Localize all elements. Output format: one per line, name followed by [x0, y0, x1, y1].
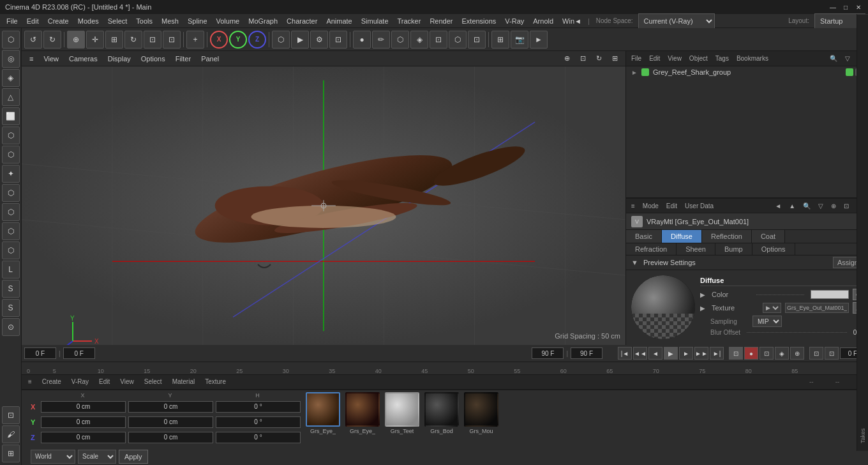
prev-key-button[interactable]: ◄ [648, 347, 662, 360]
attr-nav1-btn[interactable]: ⊕ [828, 201, 839, 211]
attr-hamburger[interactable]: ≡ [629, 201, 638, 211]
end-frame-input[interactable] [532, 347, 564, 359]
menu-volume[interactable]: Volume [213, 16, 244, 26]
tool5-button[interactable]: ⊡ [163, 31, 181, 49]
rot-y-input[interactable] [128, 416, 213, 428]
tab-diffuse[interactable]: Diffuse [662, 230, 702, 243]
menu-tracker[interactable]: Tracker [394, 16, 425, 26]
menu-select[interactable]: Select [104, 16, 131, 26]
scale-tool-button[interactable]: ⊞ [105, 31, 123, 49]
attr-edit-btn[interactable]: Edit [664, 201, 680, 211]
menu-simulate[interactable]: Simulate [357, 16, 393, 26]
mat-thumb-img-0[interactable] [306, 392, 340, 427]
go-end-button[interactable]: ►| [710, 347, 724, 360]
minimize-button[interactable]: — [828, 3, 837, 11]
scene-search-icon[interactable]: 🔍 [827, 54, 840, 63]
rotate-tool-button[interactable]: ↻ [124, 31, 142, 49]
mat-thumb-0[interactable]: Grs_Eye_ [306, 392, 340, 434]
h-rot-input[interactable] [216, 401, 301, 413]
mat-create-btn[interactable]: Create [38, 377, 65, 386]
left-tool-13[interactable]: L [2, 261, 20, 278]
vp-filter-menu[interactable]: Filter [173, 54, 193, 64]
vp-options-menu[interactable]: Options [138, 54, 168, 64]
sphere-button[interactable]: ● [353, 31, 371, 49]
menu-modes[interactable]: Modes [74, 16, 103, 26]
vp-cameras-menu[interactable]: Cameras [66, 54, 100, 64]
attr-mode-btn[interactable]: Mode [640, 201, 661, 211]
menu-mograph[interactable]: MoGraph [244, 16, 281, 26]
mat-material-btn[interactable]: Material [168, 377, 199, 386]
mat-thumb-img-4[interactable] [464, 392, 498, 427]
cube-button[interactable]: ⬡ [391, 31, 409, 49]
node-space-select[interactable]: Current (V-Ray) [638, 13, 715, 29]
left-tool-5[interactable]: ⬜ [2, 107, 20, 125]
left-tool-12[interactable]: ⬡ [2, 241, 20, 259]
texture-expand-icon[interactable]: ▶ [700, 305, 705, 312]
maximize-button[interactable]: □ [841, 3, 850, 11]
keyframe-btn-4[interactable]: ⊕ [790, 347, 804, 360]
p-rot-input[interactable] [216, 416, 301, 428]
texture-name-input[interactable] [785, 303, 849, 313]
grid-button[interactable]: ⊞ [491, 31, 509, 49]
mat-hamburger[interactable]: ≡ [24, 377, 36, 386]
close-button[interactable]: ✕ [854, 3, 863, 11]
next-key-button[interactable]: ► [679, 347, 693, 360]
render-anim-button[interactable]: ⊡ [329, 31, 347, 49]
mat-view-btn[interactable]: View [116, 377, 138, 386]
current-frame-input[interactable] [24, 347, 56, 359]
scene-visibility-icon[interactable] [846, 68, 853, 76]
mat-select-btn[interactable]: Select [140, 377, 166, 386]
light-button[interactable]: ◈ [410, 31, 428, 49]
mat-thumb-2[interactable]: Grs_Teet [385, 392, 419, 434]
scene-tags-menu[interactable]: Tags [713, 54, 731, 63]
pencil-button[interactable]: ✏ [372, 31, 390, 49]
scene-filter-icon[interactable]: ▽ [842, 54, 853, 63]
pos-z-input[interactable] [41, 432, 126, 443]
menu-extensions[interactable]: Extensions [458, 16, 500, 26]
pos-y-input[interactable] [41, 416, 126, 428]
left-tool-4[interactable]: △ [2, 88, 20, 106]
mat-edit-btn[interactable]: Edit [95, 377, 114, 386]
menu-vray[interactable]: V-Ray [501, 16, 528, 26]
left-tool-8[interactable]: ✦ [2, 165, 20, 183]
array-button[interactable]: ⊡ [468, 31, 486, 49]
menu-render[interactable]: Render [426, 16, 456, 26]
mirror-tool-button[interactable]: ⊡ [144, 31, 161, 49]
render-view-button[interactable]: ▶ [291, 31, 309, 49]
menu-create[interactable]: Create [44, 16, 73, 26]
attr-up-btn[interactable]: ▲ [786, 201, 798, 211]
add-button[interactable]: + [186, 31, 204, 49]
rot-x-input[interactable] [128, 401, 213, 413]
record-button[interactable]: ● [744, 347, 758, 360]
motion-btn-1[interactable]: ⊡ [809, 347, 823, 360]
left-tool-14[interactable]: S [2, 280, 20, 298]
apply-button[interactable]: Apply [119, 450, 148, 464]
subtab-options[interactable]: Options [752, 243, 795, 255]
menu-arnold[interactable]: Arnold [529, 16, 557, 26]
left-tool-bottom[interactable]: ⊞ [2, 445, 20, 462]
tab-coat[interactable]: Coat [752, 230, 785, 243]
attr-back-btn[interactable]: ◄ [772, 201, 784, 211]
subtab-sheen[interactable]: Sheen [677, 243, 715, 255]
vp-nav-2[interactable]: ⊡ [578, 53, 588, 64]
mat-thumb-1[interactable]: Grs_Eye_ [345, 392, 380, 434]
redo-button[interactable]: ↻ [43, 31, 61, 49]
deform-button[interactable]: ⬡ [449, 31, 467, 49]
menu-edit[interactable]: Edit [23, 16, 43, 26]
end-frame-display[interactable] [571, 347, 602, 359]
mat-thumb-img-1[interactable] [345, 392, 380, 427]
prev-frame-button[interactable]: ◄◄ [633, 347, 647, 360]
attr-user-data-btn[interactable]: User Data [682, 201, 716, 211]
cam-button[interactable]: ⊡ [430, 31, 447, 49]
scene-file-menu[interactable]: File [629, 54, 644, 63]
menu-win[interactable]: Win◄ [558, 16, 585, 26]
play-button[interactable]: ▶ [664, 347, 678, 360]
menu-spline[interactable]: Spline [184, 16, 211, 26]
preview-collapse-icon[interactable]: ▼ [631, 259, 638, 266]
sampling-select[interactable]: MIP [752, 316, 782, 327]
left-tool-7[interactable]: ⬡ [2, 146, 20, 164]
select-tool-button[interactable]: ⊕ [67, 31, 85, 49]
left-tool-15[interactable]: S [2, 299, 20, 317]
menu-mesh[interactable]: Mesh [158, 16, 183, 26]
left-tool-9[interactable]: ⬡ [2, 184, 20, 202]
